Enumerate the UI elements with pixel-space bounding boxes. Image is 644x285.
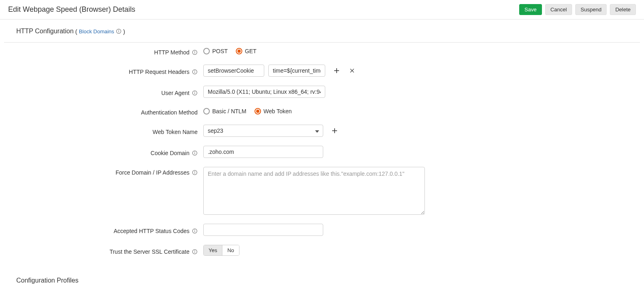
radio-label: GET (245, 48, 257, 54)
radio-icon (236, 48, 242, 54)
request-headers-row: HTTP Request Headers (16, 65, 628, 77)
svg-point-5 (195, 51, 195, 52)
radio-icon (255, 108, 261, 114)
user-agent-label-text: User Agent (161, 90, 189, 96)
svg-point-20 (195, 152, 195, 152)
block-domains-link[interactable]: Block Domains (79, 28, 122, 35)
auth-method-label-text: Authentication Method (141, 109, 198, 116)
save-button[interactable]: Save (519, 4, 542, 15)
web-token-row: Web Token Name sep23 (16, 125, 628, 137)
svg-point-15 (195, 92, 195, 92)
radio-label: Web Token (263, 108, 292, 114)
http-method-label: HTTP Method (16, 47, 203, 56)
info-icon (116, 28, 122, 34)
svg-point-8 (195, 71, 195, 71)
radio-icon (203, 108, 210, 114)
force-domain-label: Force Domain / IP Addresses (16, 167, 203, 176)
http-config-form: HTTP Method POST GET HTTP Request Header… (0, 43, 644, 277)
user-agent-label: User Agent (16, 87, 203, 96)
info-icon[interactable] (192, 228, 198, 234)
info-icon[interactable] (192, 249, 198, 255)
http-method-row: HTTP Method POST GET (16, 47, 628, 56)
header-value-input[interactable] (268, 65, 325, 77)
cookie-domain-row: Cookie Domain (16, 146, 628, 158)
info-icon[interactable] (192, 90, 198, 96)
cookie-domain-label-text: Cookie Domain (150, 150, 189, 156)
svg-point-26 (195, 230, 195, 230)
auth-basic-radio[interactable]: Basic / NTLM (203, 108, 246, 114)
info-icon[interactable] (192, 170, 198, 175)
accepted-status-row: Accepted HTTP Status Codes (16, 224, 628, 236)
force-domain-textarea[interactable] (203, 167, 425, 215)
cancel-button[interactable]: Cancel (545, 4, 572, 15)
config-profiles-title: Configuration Profiles (16, 277, 628, 285)
http-method-post-radio[interactable]: POST (203, 48, 228, 54)
config-profiles-section: Configuration Profiles (0, 277, 644, 285)
force-domain-row: Force Domain / IP Addresses (16, 167, 628, 215)
web-token-select[interactable]: sep23 (203, 125, 323, 137)
svg-point-23 (195, 171, 195, 172)
suspend-button[interactable]: Suspend (575, 4, 607, 15)
paren-close: ) (123, 28, 125, 35)
auth-method-row: Authentication Method Basic / NTLM Web T… (16, 107, 628, 116)
delete-button[interactable]: Delete (610, 4, 636, 15)
info-icon[interactable] (192, 150, 198, 156)
force-domain-label-text: Force Domain / IP Addresses (115, 169, 189, 176)
header-name-input[interactable] (203, 65, 264, 77)
http-config-title: HTTP Configuration ( Block Domains ) (16, 28, 628, 38)
svg-point-2 (118, 30, 119, 30)
info-icon[interactable] (192, 69, 198, 75)
plus-icon[interactable] (333, 67, 341, 75)
trust-ssl-row: Trust the Server SSL Certificate Yes No (16, 245, 628, 256)
trust-ssl-label-text: Trust the Server SSL Certificate (109, 248, 189, 255)
user-agent-input[interactable] (203, 86, 325, 98)
info-icon[interactable] (192, 50, 198, 55)
page-header: Edit Webpage Speed (Browser) Details Sav… (0, 0, 644, 19)
trust-ssl-toggle: Yes No (203, 245, 239, 256)
http-method-label-text: HTTP Method (154, 49, 189, 56)
request-headers-label-text: HTTP Request Headers (129, 69, 189, 75)
http-method-radio-group: POST GET (203, 48, 257, 54)
auth-method-label: Authentication Method (16, 107, 203, 116)
user-agent-row: User Agent (16, 86, 628, 98)
paren-open: ( (75, 28, 77, 35)
radio-label: Basic / NTLM (212, 108, 246, 114)
plus-icon[interactable] (331, 127, 339, 135)
radio-label: POST (212, 48, 228, 54)
auth-method-radio-group: Basic / NTLM Web Token (203, 108, 292, 114)
svg-point-29 (195, 250, 195, 250)
request-headers-label: HTTP Request Headers (16, 66, 203, 75)
action-buttons: Save Cancel Suspend Delete (519, 4, 636, 15)
trust-ssl-label: Trust the Server SSL Certificate (16, 246, 203, 255)
trust-ssl-no-button[interactable]: No (222, 245, 239, 255)
web-token-label-text: Web Token Name (152, 129, 198, 135)
cookie-domain-label: Cookie Domain (16, 147, 203, 156)
block-domains-label: Block Domains (79, 28, 114, 35)
http-config-section-header: HTTP Configuration ( Block Domains ) (0, 19, 644, 42)
web-token-label: Web Token Name (16, 126, 203, 135)
close-icon[interactable] (348, 67, 356, 75)
accepted-status-label-text: Accepted HTTP Status Codes (114, 228, 190, 234)
accepted-status-label: Accepted HTTP Status Codes (16, 225, 203, 234)
trust-ssl-yes-button[interactable]: Yes (204, 245, 222, 255)
http-method-get-radio[interactable]: GET (236, 48, 257, 54)
http-config-title-text: HTTP Configuration (16, 28, 74, 35)
page-title: Edit Webpage Speed (Browser) Details (8, 5, 135, 14)
radio-icon (203, 48, 210, 54)
cookie-domain-input[interactable] (203, 146, 323, 158)
accepted-status-input[interactable] (203, 224, 323, 236)
web-token-select-value: sep23 (203, 125, 323, 137)
auth-webtoken-radio[interactable]: Web Token (255, 108, 292, 114)
